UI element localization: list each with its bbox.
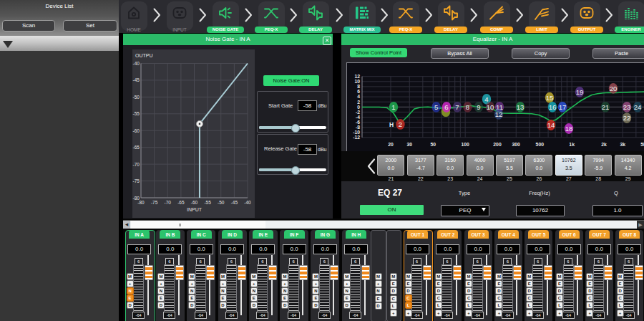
- svg-text:-65: -65: [133, 145, 140, 150]
- svg-text:-4: -4: [356, 115, 360, 120]
- svg-text:20: 20: [388, 142, 394, 147]
- svg-text:-6: -6: [356, 120, 360, 125]
- svg-text:-60: -60: [191, 200, 198, 205]
- svg-text:16: 16: [549, 103, 557, 111]
- svg-text:4: 4: [357, 94, 360, 99]
- svg-text:21: 21: [602, 103, 610, 111]
- svg-text:3k: 3k: [620, 142, 625, 147]
- svg-text:8: 8: [466, 103, 469, 111]
- svg-text:50: 50: [431, 142, 436, 147]
- svg-text:30: 30: [406, 142, 412, 147]
- svg-text:1: 1: [391, 103, 395, 111]
- svg-text:4: 4: [484, 95, 488, 103]
- svg-text:300: 300: [512, 142, 521, 147]
- svg-text:24: 24: [634, 103, 642, 111]
- svg-text:2: 2: [399, 120, 402, 128]
- svg-text:10: 10: [487, 103, 494, 111]
- svg-text:-70: -70: [165, 200, 172, 205]
- svg-text:12: 12: [354, 74, 360, 79]
- svg-text:7: 7: [455, 103, 459, 111]
- svg-text:INPUT: INPUT: [187, 207, 203, 212]
- svg-text:13: 13: [517, 103, 525, 111]
- svg-text:-40: -40: [244, 200, 251, 205]
- svg-text:-50: -50: [218, 200, 225, 205]
- svg-text:-70: -70: [133, 161, 140, 166]
- svg-text:23: 23: [623, 103, 631, 111]
- svg-text:19: 19: [576, 88, 584, 96]
- svg-text:18: 18: [565, 125, 573, 133]
- svg-text:6: 6: [444, 103, 448, 111]
- svg-text:12: 12: [495, 110, 503, 118]
- svg-text:10: 10: [354, 79, 360, 84]
- svg-text:-40: -40: [133, 61, 140, 66]
- svg-text:-8: -8: [356, 125, 360, 130]
- svg-text:-10: -10: [353, 130, 360, 135]
- svg-text:-60: -60: [133, 128, 140, 133]
- svg-text:20: 20: [610, 85, 618, 92]
- svg-text:14: 14: [547, 121, 555, 129]
- svg-text:22: 22: [623, 114, 631, 122]
- svg-text:-45: -45: [133, 77, 140, 82]
- svg-text:-65: -65: [177, 200, 185, 205]
- svg-text:15: 15: [546, 94, 554, 102]
- svg-text:6: 6: [357, 89, 360, 94]
- svg-text:-80: -80: [137, 200, 145, 205]
- svg-text:2: 2: [357, 100, 360, 105]
- svg-text:8: 8: [357, 84, 360, 89]
- svg-text:500: 500: [536, 142, 545, 147]
- svg-text:17: 17: [559, 103, 567, 111]
- svg-text:-12: -12: [353, 135, 360, 140]
- svg-text:-55: -55: [204, 200, 211, 205]
- svg-text:1k: 1k: [569, 142, 575, 147]
- svg-text:5k: 5k: [640, 142, 644, 147]
- svg-text:-2: -2: [356, 110, 360, 115]
- svg-text:9: 9: [477, 103, 480, 111]
- svg-text:0: 0: [357, 105, 360, 110]
- svg-text:5: 5: [434, 103, 438, 111]
- svg-text:-50: -50: [133, 94, 140, 99]
- svg-text:-55: -55: [133, 111, 140, 116]
- svg-text:-45: -45: [231, 200, 238, 205]
- svg-text:-75: -75: [133, 178, 140, 183]
- svg-text:-75: -75: [151, 200, 158, 205]
- svg-text:H: H: [389, 121, 394, 128]
- svg-text:2k: 2k: [601, 142, 607, 147]
- svg-text:200: 200: [493, 142, 502, 147]
- svg-text:100: 100: [461, 142, 469, 147]
